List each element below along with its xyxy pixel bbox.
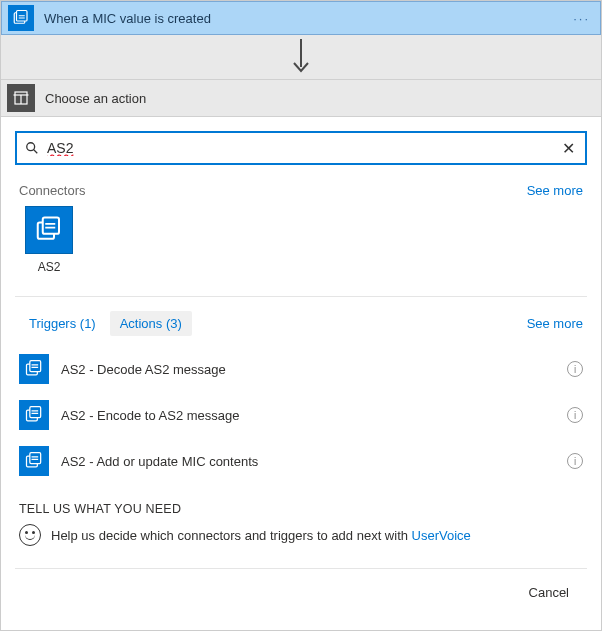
svg-rect-15	[30, 453, 41, 464]
as2-connector-icon	[25, 206, 73, 254]
action-item-decode[interactable]: AS2 - Decode AS2 message i	[15, 346, 587, 392]
search-input[interactable]	[41, 140, 558, 156]
connector-tile-label: AS2	[38, 260, 61, 274]
footer: Cancel	[15, 568, 587, 616]
tell-us-section: TELL US WHAT YOU NEED Help us decide whi…	[19, 502, 583, 546]
info-icon[interactable]: i	[567, 453, 583, 469]
tell-us-text: Help us decide which connectors and trig…	[51, 528, 471, 543]
actions-see-more-link[interactable]: See more	[527, 316, 583, 331]
tell-us-message: Help us decide which connectors and trig…	[51, 528, 412, 543]
flow-arrow	[1, 35, 601, 79]
action-label: AS2 - Encode to AS2 message	[61, 408, 567, 423]
uservoice-link[interactable]: UserVoice	[412, 528, 471, 543]
choose-action-header: Choose an action	[1, 79, 601, 117]
action-item-encode[interactable]: AS2 - Encode to AS2 message i	[15, 392, 587, 438]
connectors-label: Connectors	[19, 183, 85, 198]
trigger-title: When a MIC value is created	[44, 11, 211, 26]
as2-connector-icon	[19, 400, 49, 430]
as2-connector-icon	[19, 446, 49, 476]
action-picker-icon	[7, 84, 35, 112]
connector-tile-as2[interactable]: AS2	[19, 206, 79, 274]
as2-connector-icon	[19, 354, 49, 384]
tab-triggers[interactable]: Triggers (1)	[19, 311, 106, 336]
tell-us-title: TELL US WHAT YOU NEED	[19, 502, 583, 516]
clear-search-icon[interactable]: ✕	[558, 139, 579, 158]
action-picker-pane: ✕ Connectors See more AS2 Triggers (1) A…	[1, 117, 601, 616]
info-icon[interactable]: i	[567, 361, 583, 377]
svg-rect-13	[30, 407, 41, 418]
svg-rect-9	[43, 218, 59, 234]
search-box[interactable]: ✕	[15, 131, 587, 165]
header-title: Choose an action	[45, 91, 146, 106]
info-icon[interactable]: i	[567, 407, 583, 423]
search-icon	[23, 141, 41, 155]
arrow-down-icon	[291, 39, 311, 75]
svg-point-6	[27, 143, 35, 151]
as2-connector-icon	[8, 5, 34, 31]
smile-icon	[19, 524, 41, 546]
cancel-button[interactable]: Cancel	[521, 581, 577, 604]
action-label: AS2 - Decode AS2 message	[61, 362, 567, 377]
ellipsis-icon[interactable]: ···	[573, 11, 594, 26]
action-label: AS2 - Add or update MIC contents	[61, 454, 567, 469]
action-item-mic[interactable]: AS2 - Add or update MIC contents i	[15, 438, 587, 484]
trigger-card[interactable]: When a MIC value is created ···	[1, 1, 601, 35]
connectors-see-more-link[interactable]: See more	[527, 183, 583, 198]
svg-rect-11	[30, 361, 41, 372]
svg-line-7	[34, 150, 38, 154]
tab-actions[interactable]: Actions (3)	[110, 311, 192, 336]
